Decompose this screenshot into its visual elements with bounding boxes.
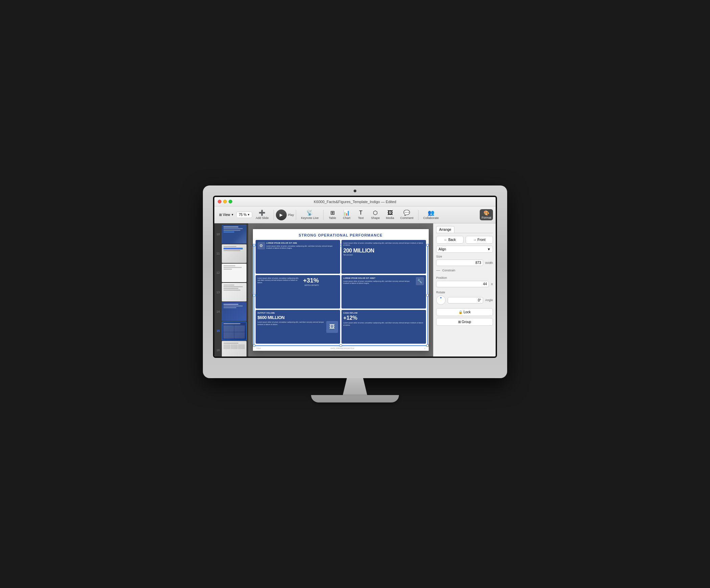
chart-icon: 📊 [343,210,350,216]
format-button[interactable]: 🎨 Format [480,209,493,220]
slide-thumb-10 [222,225,246,243]
rotate-dial[interactable] [436,295,446,305]
rotate-container: 0° Angle [436,295,493,305]
play-label: Play [288,213,294,217]
chart-label: Chart [343,216,350,220]
slide-number-10: 10 [214,225,222,243]
keynote-live-button[interactable]: 📡 Keynote Live [298,209,321,221]
slide-thumb-inner-12 [222,264,246,282]
collaborate-button[interactable]: 👥 Collaborate [421,209,442,221]
front-button[interactable]: → Front [466,236,493,244]
toolbar: ⊞ View ▼ 75 % ▼ ➕ Add Slide [214,206,496,223]
slide-item-14[interactable]: 14 [214,302,248,321]
card-2-text: Lorem ipsum dolor sit amet, consetetur s… [344,242,424,256]
constrain-label: Constrain [442,269,455,272]
slide-item-10[interactable]: 10 [214,225,248,243]
chevron-down-icon: ▼ [231,213,234,216]
slide-number-16: 16 [214,341,222,357]
view-button[interactable]: ⊞ View ▼ [217,212,236,218]
media-button[interactable]: 🖼 Media [383,209,397,221]
slide-panel[interactable]: 10 [214,223,248,356]
slide-thumb-11 [222,244,246,263]
comment-icon: 💬 [403,210,410,216]
card-6-percent: +12% [344,315,424,321]
text-button[interactable]: T Text [354,209,368,221]
monitor-bezel: K6000_Facts&Figures_Template_Indigo — Ed… [203,186,507,378]
size-label: Size [436,255,493,258]
slide-number-13: 13 [214,283,222,301]
slide-card-5: Output volume $600 MILLION Lorem ipsum d… [256,310,340,344]
size-section: Size 873 Width — Constrain [436,255,493,273]
tab-arrange[interactable]: Arrange [436,226,454,233]
format-label: Format [481,216,491,219]
slide-canvas: STRONG OPERATIONAL PERFORMANCE ⚙ [253,229,429,351]
add-slide-button[interactable]: ➕ Add Slide [253,209,271,221]
minimize-button[interactable] [223,200,227,203]
slide-thumb-inner-14 [222,302,246,320]
lock-row: 🔒 Lock [436,308,493,316]
card-5-content: Output volume $600 MILLION Lorem ipsum d… [258,312,338,342]
card-4-body: Lorem ipsum dolor sit amet, consetetur s… [344,280,415,285]
shape-button[interactable]: ⬡ Shape [368,209,382,221]
rotate-section: Rotate 0° Angle [436,291,493,305]
lock-button[interactable]: 🔒 Lock [436,308,493,316]
table-icon: ⊞ [330,210,335,216]
toolbar-separator-3 [323,210,324,220]
slide-item-15[interactable]: 15 [214,322,248,340]
close-button[interactable] [218,200,221,203]
slide-footer: TITLE DATE | PRESENTATION/TITLE 1 [253,347,429,349]
slide-thumb-12 [222,264,246,282]
constrain-dash-icon: — [436,268,440,273]
shape-icon: ⬡ [373,210,378,216]
table-button[interactable]: ⊞ Table [326,209,339,221]
x-field[interactable]: 44 [436,281,489,287]
slide-item-11[interactable]: 11 [214,244,248,263]
chart-button[interactable]: 📊 Chart [340,209,353,221]
width-field[interactable]: 873 [436,260,483,266]
comment-button[interactable]: 💬 Comment [398,209,416,221]
slide-thumb-inner-13 [222,283,246,301]
slide-item-13[interactable]: 13 [214,283,248,301]
group-button[interactable]: ⊞ Group [436,318,493,326]
card-4-icon: 🔧 [416,277,424,285]
text-label: Text [358,216,364,220]
card-3-numbers: +31% EBITDA GROWTH [303,277,319,286]
canvas-area[interactable]: STRONG OPERATIONAL PERFORMANCE ⚙ [248,223,433,356]
maximize-button[interactable] [229,200,232,203]
slide-content-grid: ⚙ LOREM IPSUM DOLOR SIT AME Lorem ipsum … [253,240,429,346]
align-label: Align [439,247,446,251]
play-button[interactable]: ▶ [276,210,287,220]
slide-thumb-inner-16 [222,341,246,357]
back-button[interactable]: ← Back [436,236,464,244]
card-3-body: Lorem ipsum dolor sit amet, consetetur s… [258,277,302,284]
angle-field[interactable]: 0° [448,297,483,303]
card-1-title: LOREM IPSUM DOLOR SIT AME [266,242,338,244]
card-2-content: Lorem ipsum dolor sit amet, consetetur s… [344,242,424,256]
card-3-content: Lorem ipsum dolor sit amet, consetetur s… [258,277,338,286]
size-row: 873 Width [436,260,493,266]
card-5-number: $600 MILLION [258,315,325,320]
screen-border: K6000_Facts&Figures_Template_Indigo — Ed… [213,196,497,358]
text-icon: T [359,210,362,216]
slide-number-15: 15 [214,322,222,340]
slide-thumb-inner-10 [222,225,246,243]
zoom-button[interactable]: 75 % ▼ [236,212,252,218]
toolbar-right: 🎨 Format [480,209,493,220]
group-icon: ⊞ [458,320,461,324]
add-slide-icon: ➕ [259,210,265,216]
front-label: Front [477,238,485,242]
monitor-stand-base [311,395,399,402]
slide-title: STRONG OPERATIONAL PERFORMANCE [253,229,429,240]
monitor-stand-neck [335,378,375,395]
slide-item-12[interactable]: 12 [214,264,248,282]
x-label: X [491,283,493,286]
rotate-label: Rotate [436,291,493,294]
footer-center: DATE | PRESENTATION/TITLE [331,347,354,349]
card-4-title: LOREM IPSUM DOLOR SIT AMET [344,277,415,279]
align-row: Align ▼ [436,246,493,253]
card-4-text: LOREM IPSUM DOLOR SIT AMET Lorem ipsum d… [344,277,415,285]
align-select[interactable]: Align ▼ [436,246,493,253]
keynote-app: K6000_Facts&Figures_Template_Indigo — Ed… [214,197,496,356]
slide-item-16[interactable]: 16 [214,341,248,357]
card-6-body: Lorem ipsum dolor sit amet, consetetur s… [344,322,424,326]
